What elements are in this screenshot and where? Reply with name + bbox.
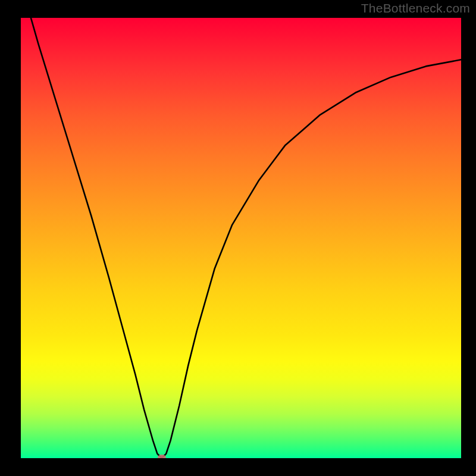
- curve-path: [21, 18, 461, 458]
- minimum-marker-icon: [158, 455, 166, 458]
- chart-outer-frame: TheBottleneck.com: [0, 0, 476, 476]
- bottleneck-curve: [21, 18, 461, 458]
- watermark-label: TheBottleneck.com: [361, 1, 470, 15]
- plot-area: [21, 18, 461, 458]
